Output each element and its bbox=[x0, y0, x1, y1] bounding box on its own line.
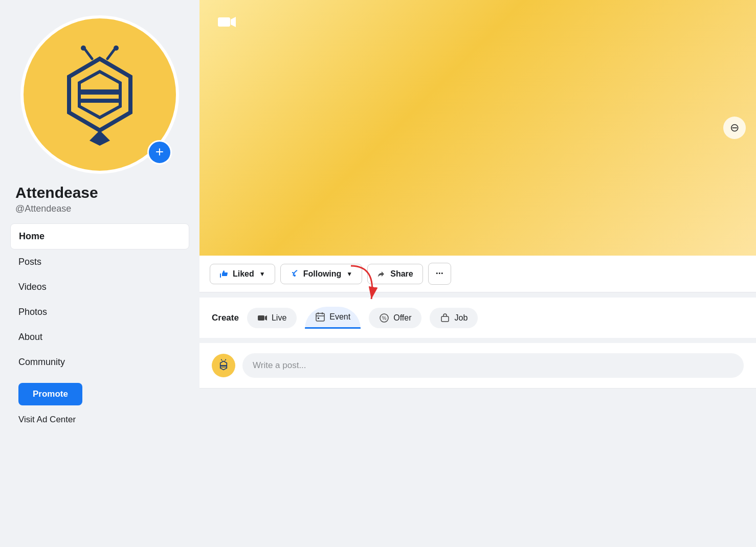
tools-bar: Create Live Event bbox=[199, 298, 756, 338]
liked-button[interactable]: Liked ▼ bbox=[210, 264, 275, 284]
sidebar-item-community[interactable]: Community bbox=[10, 350, 189, 375]
post-avatar bbox=[212, 354, 235, 377]
job-icon bbox=[440, 313, 450, 323]
main-content: ⊖ Liked ▼ Following ▼ Share · bbox=[199, 0, 756, 547]
svg-point-11 bbox=[294, 275, 296, 277]
add-photo-button[interactable]: + bbox=[147, 140, 172, 165]
promote-button[interactable]: Promote bbox=[18, 383, 82, 405]
event-button-wrapper: Event bbox=[305, 307, 361, 329]
liked-label: Liked bbox=[233, 269, 254, 279]
svg-point-29 bbox=[221, 359, 222, 360]
create-label: Create bbox=[212, 313, 239, 323]
action-bar: Liked ▼ Following ▼ Share ··· bbox=[199, 256, 756, 292]
more-actions-button[interactable]: ··· bbox=[428, 263, 451, 285]
calendar-icon bbox=[315, 312, 325, 322]
sidebar: + Attendease @Attendease Home Posts Vide… bbox=[0, 0, 199, 547]
job-button[interactable]: Job bbox=[430, 308, 478, 328]
cover-photo: ⊖ bbox=[199, 0, 756, 256]
event-button[interactable]: Event bbox=[305, 307, 361, 329]
svg-line-4 bbox=[84, 49, 92, 59]
sidebar-item-about[interactable]: About bbox=[10, 325, 189, 350]
event-label: Event bbox=[329, 312, 350, 322]
thumbs-up-icon bbox=[219, 269, 229, 279]
following-icon bbox=[290, 269, 299, 279]
write-post-area: Write a post... bbox=[199, 343, 756, 389]
following-label: Following bbox=[303, 269, 342, 279]
offer-button[interactable]: % Offer bbox=[369, 308, 421, 328]
offer-icon: % bbox=[379, 313, 389, 323]
live-label: Live bbox=[272, 313, 286, 323]
svg-point-6 bbox=[81, 45, 86, 51]
post-avatar-bee-icon bbox=[216, 358, 231, 373]
svg-rect-22 bbox=[441, 316, 449, 322]
offer-label: Offer bbox=[393, 313, 411, 323]
share-label: Share bbox=[390, 269, 413, 279]
share-icon bbox=[377, 269, 386, 279]
tools-bar-container: Create Live Event bbox=[199, 292, 756, 338]
cover-right-icon: ⊖ bbox=[723, 117, 746, 139]
svg-marker-10 bbox=[231, 17, 236, 27]
svg-rect-14 bbox=[316, 313, 324, 321]
svg-marker-8 bbox=[90, 130, 110, 146]
svg-point-30 bbox=[225, 359, 226, 360]
live-button[interactable]: Live bbox=[247, 308, 297, 328]
sidebar-nav: Home Posts Videos Photos About Community bbox=[10, 223, 189, 375]
bee-logo-icon bbox=[49, 43, 151, 146]
sidebar-item-home[interactable]: Home bbox=[10, 223, 189, 249]
share-button[interactable]: Share bbox=[367, 264, 423, 284]
write-post-input[interactable]: Write a post... bbox=[242, 353, 744, 378]
page-handle: @Attendease bbox=[10, 203, 71, 214]
following-button[interactable]: Following ▼ bbox=[280, 264, 363, 284]
liked-chevron-icon: ▼ bbox=[259, 270, 265, 278]
following-chevron-icon: ▼ bbox=[346, 270, 352, 278]
visit-ad-center-link[interactable]: Visit Ad Center bbox=[10, 409, 84, 430]
more-label: ··· bbox=[436, 268, 443, 279]
svg-rect-9 bbox=[218, 17, 230, 27]
svg-point-7 bbox=[114, 45, 119, 51]
svg-rect-12 bbox=[258, 315, 264, 321]
video-camera-icon bbox=[218, 15, 236, 32]
sidebar-item-videos[interactable]: Videos bbox=[10, 275, 189, 300]
page-name: Attendease bbox=[10, 184, 98, 201]
svg-line-5 bbox=[107, 49, 115, 59]
job-label: Job bbox=[454, 313, 468, 323]
svg-text:%: % bbox=[382, 315, 387, 321]
svg-marker-13 bbox=[265, 315, 267, 321]
profile-picture-wrapper: + bbox=[20, 15, 179, 174]
sidebar-item-posts[interactable]: Posts bbox=[10, 249, 189, 275]
video-live-icon bbox=[257, 313, 268, 323]
sidebar-item-photos[interactable]: Photos bbox=[10, 300, 189, 325]
svg-rect-18 bbox=[318, 317, 319, 319]
